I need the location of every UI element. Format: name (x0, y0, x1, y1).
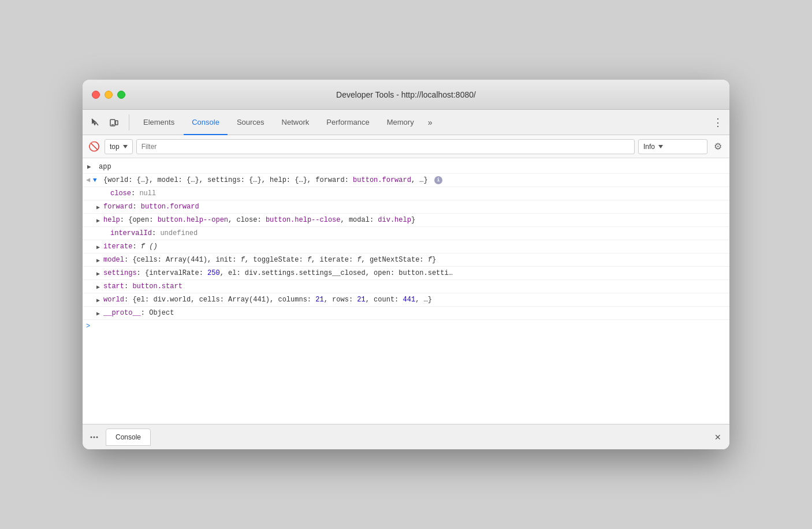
filter-input[interactable] (136, 139, 635, 154)
drawer-menu-icon[interactable] (87, 430, 101, 444)
console-prompt-row: > (83, 320, 729, 355)
prop-intervalid: intervalId: undefined (83, 227, 729, 240)
settings-icon[interactable]: ⚙ (711, 140, 725, 154)
expand-settings-arrow[interactable]: ▶ (96, 269, 100, 280)
tab-network[interactable]: Network (274, 110, 318, 135)
title-bar: Developer Tools - http://localhost:8080/ (83, 80, 729, 110)
svg-point-3 (91, 436, 92, 438)
context-selector[interactable]: top (105, 139, 133, 154)
minimize-button[interactable] (105, 91, 113, 99)
window-title: Developer Tools - http://localhost:8080/ (336, 90, 476, 99)
level-dropdown-arrow (658, 145, 663, 148)
bottom-bar: Console ✕ (83, 424, 729, 449)
menu-button[interactable]: ⋮ (711, 116, 725, 129)
svg-rect-1 (116, 121, 118, 125)
devtools-window: Developer Tools - http://localhost:8080/ (83, 80, 729, 449)
prop-model: ▶ model: {cells: Array(441), init: f, to… (83, 254, 729, 267)
expand-iterate-arrow[interactable]: ▶ (96, 243, 100, 253)
context-dropdown-arrow (123, 145, 128, 148)
tab-elements[interactable]: Elements (135, 110, 182, 135)
svg-point-5 (96, 436, 98, 438)
level-selector[interactable]: Info (638, 139, 707, 154)
info-badge[interactable]: i (434, 176, 442, 184)
back-arrow[interactable]: ◀ (86, 175, 90, 185)
expand-forward-arrow[interactable]: ▶ (96, 203, 100, 213)
tab-console[interactable]: Console (184, 110, 228, 135)
prop-settings: ▶ settings: {intervalRate: 250, el: div.… (83, 267, 729, 280)
expand-start-arrow[interactable]: ▶ (96, 282, 100, 293)
svg-point-4 (94, 436, 95, 438)
tab-memory[interactable]: Memory (379, 110, 422, 135)
tab-sources[interactable]: Sources (229, 110, 273, 135)
toolbar: Elements Console Sources Network Perform… (83, 110, 729, 135)
filter-bar: 🚫 top Info ⚙ (83, 135, 729, 158)
device-icon[interactable] (106, 114, 122, 131)
more-tabs-button[interactable]: » (423, 114, 437, 131)
prop-proto: ▶ __proto__: Object (83, 307, 729, 320)
traffic-lights (92, 91, 125, 99)
expand-help-arrow[interactable]: ▶ (96, 216, 100, 226)
expand-model-arrow[interactable]: ▶ (96, 256, 100, 266)
prop-start: ▶ start: button.start (83, 280, 729, 293)
prop-iterate: ▶ iterate: f () (83, 240, 729, 254)
close-drawer-button[interactable]: ✕ (711, 430, 725, 444)
inspect-icon[interactable] (87, 114, 103, 131)
expand-app-arrow[interactable]: ▶ (87, 162, 91, 172)
toolbar-icons (87, 114, 129, 131)
ban-icon[interactable]: 🚫 (87, 140, 101, 154)
prompt-arrow: > (86, 322, 90, 330)
prop-close: close: null (83, 187, 729, 200)
maximize-button[interactable] (117, 91, 125, 99)
prop-world: ▶ world: {el: div.world, cells: Array(44… (83, 293, 729, 307)
expand-object-arrow[interactable]: ▼ (93, 175, 97, 185)
console-row-object: ◀ ▼ {world: {…}, model: {…}, settings: {… (83, 174, 729, 187)
bottom-console-tab[interactable]: Console (106, 429, 151, 446)
expand-world-arrow[interactable]: ▶ (96, 296, 100, 306)
prop-help: ▶ help: {open: button.help--open, close:… (83, 214, 729, 227)
obj-summary-text: {world: {…}, model: {…}, settings: {…}, … (103, 175, 442, 185)
close-button[interactable] (92, 91, 100, 99)
prop-forward: ▶ forward: button.forward (83, 200, 729, 214)
expand-proto-arrow[interactable]: ▶ (96, 309, 100, 319)
console-row-app: ▶ app (83, 161, 729, 174)
tab-performance[interactable]: Performance (318, 110, 377, 135)
console-output: ▶ app ◀ ▼ {world: {…}, model: {…}, setti… (83, 158, 729, 424)
